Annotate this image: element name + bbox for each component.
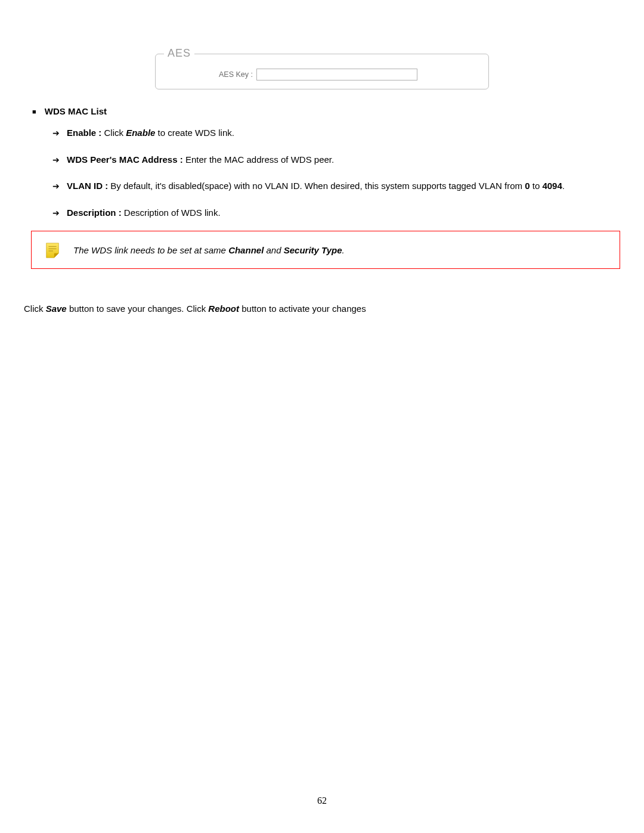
note-pre: The WDS link needs to be set at same [73, 245, 228, 255]
item-description-label: Description : [67, 208, 122, 218]
note-b1: Channel [228, 245, 264, 255]
aes-key-input[interactable] [256, 69, 417, 80]
item-enable-post: to create WDS link. [155, 128, 234, 138]
aes-fieldset: AES AES Key : [155, 54, 489, 89]
page-content: AES AES Key : WDS MAC List Enable : Clic… [0, 0, 644, 316]
closing-pre: Click [24, 304, 46, 314]
item-description: Description : Description of WDS link. [67, 205, 620, 222]
wds-sublist: Enable : Click Enable to create WDS link… [44, 125, 620, 221]
item-vlan: VLAN ID : By default, it's disabled(spac… [67, 178, 620, 195]
page-number: 62 [0, 795, 644, 806]
note-mid: and [264, 245, 283, 255]
item-vlan-num1: 0 [525, 181, 530, 191]
note-box: The WDS link needs to be set at same Cha… [31, 231, 620, 269]
section-title: WDS MAC List [45, 106, 107, 116]
item-mac: WDS Peer's MAC Address : Enter the MAC a… [67, 151, 620, 169]
item-vlan-num2: 4094 [542, 181, 562, 191]
closing-mid1: button to save your changes. Click [67, 304, 209, 314]
item-vlan-pre: By default, it's disabled(space) with no… [108, 181, 525, 191]
item-mac-label: WDS Peer's MAC Address : [67, 154, 183, 165]
item-vlan-label: VLAN ID : [67, 181, 108, 191]
closing-mid2: button to activate your changes [239, 304, 366, 314]
aes-key-label: AES Key : [219, 70, 253, 79]
item-enable-emph: Enable [126, 128, 155, 138]
item-mac-desc: Enter the MAC address of WDS peer. [183, 154, 334, 165]
item-vlan-end: . [562, 181, 565, 191]
item-enable-pre: Click [101, 128, 126, 138]
wds-mac-list: WDS MAC List Enable : Click Enable to cr… [24, 106, 620, 221]
closing-b1: Save [46, 304, 67, 314]
aes-key-row: AES Key : [219, 69, 479, 80]
closing-paragraph: Click Save button to save your changes. … [24, 302, 620, 316]
section-title-item: WDS MAC List Enable : Click Enable to cr… [44, 106, 620, 221]
closing-b2: Reboot [208, 304, 239, 314]
item-vlan-mid: to [530, 181, 543, 191]
note-post: . [342, 245, 345, 255]
item-enable: Enable : Click Enable to create WDS link… [67, 125, 620, 142]
aes-legend: AES [164, 47, 194, 60]
sticky-note-icon [44, 241, 61, 259]
item-description-desc: Description of WDS link. [122, 208, 221, 218]
note-b2: Security Type [284, 245, 342, 255]
note-text: The WDS link needs to be set at same Cha… [73, 245, 611, 255]
item-enable-label: Enable : [67, 128, 101, 138]
